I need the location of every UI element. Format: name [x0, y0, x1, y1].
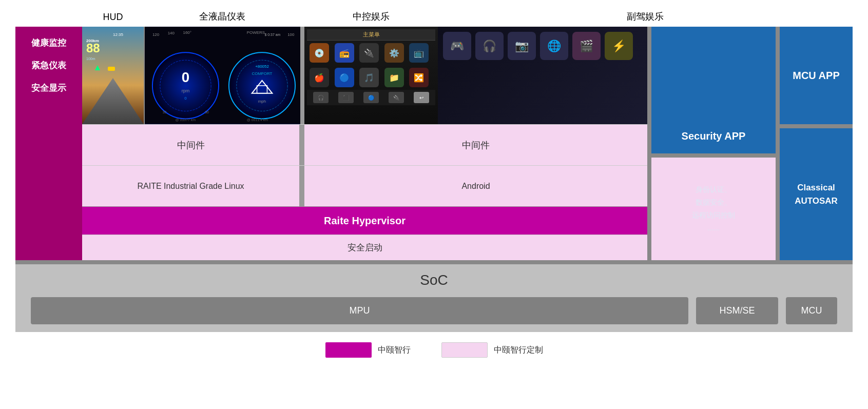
svg-text:@ 0011.4 km: @ 0011.4 km	[247, 118, 268, 122]
passenger-image: 🎮 🎧 📷 🌐 🎬 ⚡	[438, 27, 647, 124]
safety-item-health: 健康监控	[21, 37, 77, 49]
main-container: 健康监控 紧急仪表 安全显示	[15, 27, 853, 360]
hud-bg-svg: 200km 88 100m 12:35	[82, 27, 144, 124]
legend-label-1: 中颐智行	[378, 345, 411, 356]
infotainment-image: 主菜单 💿 📻 🔌 ⚙️ 📺 🍎 🔵 🎵 📁	[304, 27, 438, 124]
cluster-image: 120 140 160° POWERS $ 0:37 am 100 0 rpm …	[144, 27, 300, 124]
legend-color-2	[441, 342, 488, 358]
secure-boot-row: 安全启动	[82, 235, 647, 260]
mcu-chip-soc: MCU	[786, 297, 837, 324]
security-app-content: Security APP	[651, 124, 776, 153]
soc-area: SoC MPU HSM/SE MCU	[15, 260, 853, 332]
info-icon-apple: 🍎	[310, 68, 329, 87]
info-icon-usb: 🔌	[359, 43, 379, 63]
mcu-app-title: MCU APP	[793, 70, 839, 82]
pax-icon-5: 🎬	[572, 32, 601, 60]
hud-display: 200km 88 100m 12:35	[82, 27, 144, 124]
legend-item-1: 中颐智行	[325, 342, 411, 358]
info-icon-tv: 📺	[409, 43, 429, 63]
security-desc-line4: ......	[707, 222, 719, 235]
middleware-sep	[300, 125, 304, 165]
legend-item-2: 中颐智行定制	[441, 342, 543, 358]
safety-item-emergency: 紧急仪表	[21, 60, 77, 72]
hypervisor-row: Raite Hypervisor	[82, 206, 647, 235]
hsm-chip: HSM/SE	[696, 297, 778, 324]
nav-back: ↩	[414, 92, 429, 103]
security-desc-line1: 身份认证、	[696, 183, 731, 196]
infotainment-icons-row1: 💿 📻 🔌 ⚙️ 📺	[307, 41, 435, 65]
svg-text:12:35: 12:35	[113, 32, 124, 37]
security-desc-line3: 远程访问控制	[692, 209, 735, 222]
svg-text:30: 30	[163, 111, 167, 114]
secure-boot-label: 安全启动	[348, 242, 382, 254]
pax-icon-2: 🎧	[475, 32, 504, 60]
svg-text:160°: 160°	[183, 30, 191, 35]
infotainment-icons-row2: 🍎 🔵 🎵 📁 🔀	[307, 65, 435, 90]
middleware-left: 中间件	[82, 125, 300, 165]
nav-bt: 🔵	[363, 92, 379, 103]
separator-v1	[300, 27, 304, 124]
middleware-right-label: 中间件	[462, 139, 490, 151]
svg-text:100m: 100m	[86, 57, 95, 61]
svg-text:88: 88	[86, 41, 100, 55]
os-left: RAITE Industrial Grade Linux	[82, 166, 300, 206]
right-panel: Security APP 身份认证、 数据安全、 远程访问控制 ......	[647, 27, 776, 260]
svg-text:120: 120	[152, 33, 160, 37]
os-right-label: Android	[461, 182, 490, 191]
mcu-app-box: MCU APP	[780, 27, 853, 124]
nav-ipod: 🎧	[313, 92, 329, 103]
security-sep	[651, 153, 776, 158]
svg-point-15	[152, 52, 219, 119]
info-icon-settings: ⚙️	[384, 43, 404, 63]
infotainment-inner: 主菜单 💿 📻 🔌 ⚙️ 📺 🍎 🔵 🎵 📁	[304, 27, 438, 124]
soc-chips-row: MPU HSM/SE MCU	[31, 297, 853, 324]
svg-text:mph: mph	[258, 99, 266, 104]
left-safety-column: 健康监控 紧急仪表 安全显示	[15, 27, 82, 260]
hypervisor-label: Raite Hypervisor	[324, 215, 406, 227]
os-row: RAITE Industrial Grade Linux Android	[82, 165, 647, 206]
info-icon-folder: 📁	[384, 68, 404, 87]
svg-text:0: 0	[182, 69, 189, 85]
legend-label-2: 中颐智行定制	[494, 345, 543, 356]
images-row: 200km 88 100m 12:35	[82, 27, 647, 124]
hud-image: 200km 88 100m 12:35	[82, 27, 144, 124]
arch-wrapper: 健康监控 紧急仪表 安全显示	[15, 27, 853, 260]
info-icon-dvd: 💿	[310, 43, 329, 63]
infotainment-title-bar: 主菜单	[307, 29, 435, 41]
passenger-inner: 🎮 🎧 📷 🌐 🎬 ⚡	[438, 27, 647, 124]
legend-color-1	[325, 342, 372, 358]
legend-row: 中颐智行 中颐智行定制	[15, 332, 853, 360]
security-app-header	[651, 27, 776, 124]
svg-text:$ 0:37 am: $ 0:37 am	[264, 33, 280, 37]
middleware-right: 中间件	[304, 125, 647, 165]
nav-guide: ⬛	[338, 92, 354, 103]
classical-autosar-label: ClassicalAUTOSAR	[795, 181, 838, 207]
middleware-row: 中间件 中间件	[82, 124, 647, 165]
label-cluster: 全液晶仪表	[144, 10, 300, 23]
mcu-panel: MCU APP ClassicalAUTOSAR	[776, 27, 853, 260]
soc-title: SoC	[31, 272, 853, 288]
pax-icon-1: 🎮	[443, 32, 471, 60]
svg-text:100: 100	[287, 33, 295, 37]
svg-text:COMFORT: COMFORT	[252, 71, 272, 76]
pax-icon-3: 📷	[508, 32, 536, 60]
classical-autosar-box: ClassicalAUTOSAR	[780, 128, 853, 260]
os-left-label: RAITE Industrial Grade Linux	[137, 182, 244, 191]
mcu-sep	[780, 124, 853, 128]
security-desc-line2: 数据安全、	[696, 196, 731, 209]
middleware-left-label: 中间件	[177, 139, 205, 151]
cluster-svg: 120 140 160° POWERS $ 0:37 am 100 0 rpm …	[145, 27, 300, 124]
info-icon-cdc: 🔀	[409, 68, 429, 87]
svg-text:+80052: +80052	[255, 64, 269, 69]
svg-text:140: 140	[168, 31, 175, 35]
pax-icon-4: 🌐	[540, 32, 568, 60]
label-passenger: 副驾娱乐	[438, 10, 853, 23]
info-icon-bluetooth: 🔵	[335, 68, 354, 87]
safety-item-display: 安全显示	[21, 82, 77, 94]
svg-text:0: 0	[184, 96, 187, 101]
os-sep	[300, 166, 304, 206]
svg-text:POWERS: POWERS	[247, 30, 265, 35]
info-icon-radio: 📻	[335, 43, 354, 63]
mpu-chip: MPU	[31, 297, 688, 324]
os-right: Android	[304, 166, 647, 206]
